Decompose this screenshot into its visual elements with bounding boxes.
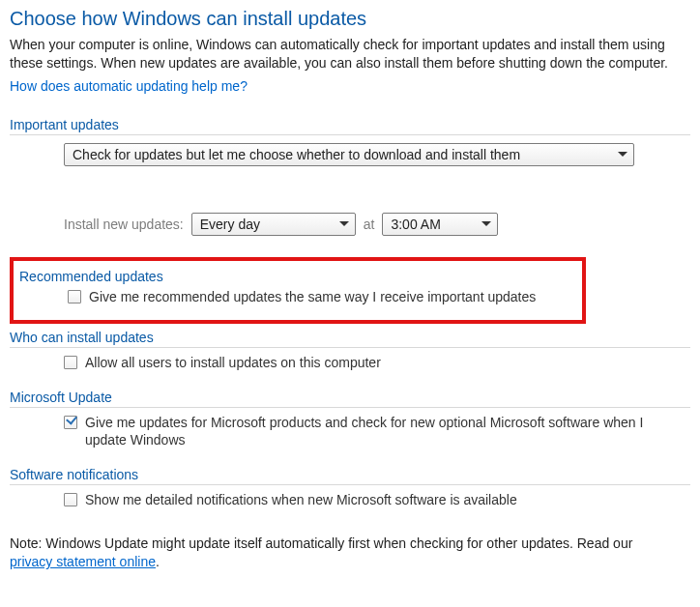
frequency-value: Every day <box>200 217 260 232</box>
footer-note: Note: Windows Update might update itself… <box>10 535 690 571</box>
recommended-checkbox[interactable] <box>68 290 81 304</box>
divider <box>10 484 690 485</box>
divider <box>10 134 690 135</box>
software-notify-checkbox[interactable] <box>64 493 77 506</box>
ms-update-label: Give me updates for Microsoft products a… <box>85 414 665 450</box>
help-link[interactable]: How does automatic updating help me? <box>10 78 248 94</box>
privacy-link[interactable]: privacy statement online <box>10 553 156 571</box>
page-title: Choose how Windows can install updates <box>10 8 690 30</box>
schedule-label: Install new updates: <box>64 217 184 232</box>
ms-update-checkbox[interactable] <box>64 416 77 429</box>
important-updates-dropdown[interactable]: Check for updates but let me choose whet… <box>64 143 634 166</box>
at-label: at <box>364 217 375 232</box>
divider <box>10 407 690 408</box>
allow-all-users-label: Allow all users to install updates on th… <box>85 354 381 372</box>
chevron-down-icon <box>339 221 349 226</box>
frequency-dropdown[interactable]: Every day <box>191 213 356 236</box>
note-suffix: . <box>156 554 160 569</box>
section-important-updates: Important updates <box>10 117 690 132</box>
chevron-down-icon <box>481 221 491 226</box>
divider <box>10 347 690 348</box>
allow-all-users-checkbox[interactable] <box>64 356 77 369</box>
section-who-install: Who can install updates <box>10 330 690 345</box>
note-prefix: Note: Windows Update might update itself… <box>10 535 632 551</box>
recommended-highlight: Recommended updates Give me recommended … <box>10 257 586 324</box>
intro-text: When your computer is online, Windows ca… <box>10 36 686 72</box>
software-notify-label: Show me detailed notifications when new … <box>85 491 517 509</box>
time-dropdown[interactable]: 3:00 AM <box>382 213 498 236</box>
chevron-down-icon <box>618 152 627 157</box>
recommended-checkbox-label: Give me recommended updates the same way… <box>89 288 536 306</box>
time-value: 3:00 AM <box>391 217 440 232</box>
section-software-notifications: Software notifications <box>10 467 690 482</box>
section-microsoft-update: Microsoft Update <box>10 390 690 405</box>
section-recommended-updates: Recommended updates <box>19 269 582 284</box>
important-updates-value: Check for updates but let me choose whet… <box>73 147 520 162</box>
